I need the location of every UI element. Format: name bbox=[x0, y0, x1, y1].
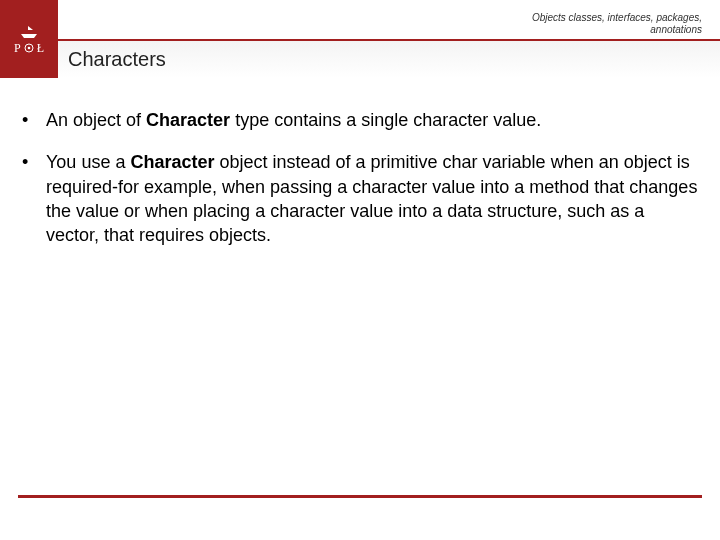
bullet-text: You use a Character object instead of a … bbox=[46, 150, 700, 247]
gear-icon bbox=[24, 43, 34, 53]
boat-icon bbox=[19, 24, 39, 38]
logo-letters: P Ł bbox=[14, 42, 44, 54]
slide-header: P Ł Objects classes, interfaces, package… bbox=[0, 0, 720, 78]
list-item: • An object of Character type contains a… bbox=[22, 108, 700, 132]
svg-point-1 bbox=[27, 47, 30, 50]
text-run: You use a bbox=[46, 152, 130, 172]
bullet-text: An object of Character type contains a s… bbox=[46, 108, 541, 132]
list-item: • You use a Character object instead of … bbox=[22, 150, 700, 247]
breadcrumb-line: Objects classes, interfaces, packages, bbox=[532, 12, 702, 24]
page-title: Characters bbox=[68, 48, 166, 71]
footer-divider bbox=[18, 495, 702, 498]
slide-content: • An object of Character type contains a… bbox=[0, 78, 720, 247]
breadcrumb-line: annotations bbox=[532, 24, 702, 36]
bullet-icon: • bbox=[22, 150, 46, 174]
logo-graphic: P Ł bbox=[14, 24, 44, 54]
title-bar: Characters bbox=[58, 41, 720, 78]
text-bold: Character bbox=[130, 152, 214, 172]
logo-letter-l: Ł bbox=[37, 42, 44, 54]
breadcrumb: Objects classes, interfaces, packages, a… bbox=[532, 12, 702, 36]
university-logo: P Ł bbox=[0, 0, 58, 78]
bullet-icon: • bbox=[22, 108, 46, 132]
logo-letter-p: P bbox=[14, 42, 21, 54]
text-bold: Character bbox=[146, 110, 230, 130]
text-run: type contains a single character value. bbox=[230, 110, 541, 130]
text-run: An object of bbox=[46, 110, 146, 130]
